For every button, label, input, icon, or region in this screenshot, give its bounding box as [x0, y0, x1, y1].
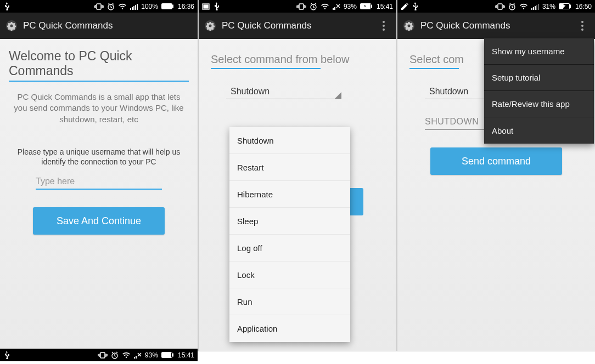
dropdown-item-run[interactable]: Run [229, 288, 350, 315]
username-instruction: Please type a unique username that will … [9, 147, 189, 167]
svg-point-21 [383, 21, 385, 23]
username-input-wrap[interactable] [36, 177, 162, 190]
alarm-icon [111, 351, 119, 359]
wifi-icon [118, 3, 127, 10]
dropdown-item-shutdown[interactable]: Shutdown [229, 127, 350, 154]
gear-icon [5, 20, 18, 32]
svg-rect-24 [498, 4, 502, 9]
svg-rect-26 [531, 8, 532, 10]
command-select-screen: 93% 15:41 PC Quick Commands Select comma… [199, 0, 396, 351]
username-input[interactable] [36, 177, 162, 186]
svg-rect-4 [133, 6, 134, 10]
screenshot-icon [202, 3, 210, 10]
app-title: PC Quick Commands [420, 20, 510, 31]
wifi-icon [122, 352, 131, 359]
svg-rect-8 [162, 4, 171, 9]
usb-icon [412, 2, 418, 11]
battery-icon [161, 3, 173, 9]
vibrate-icon [94, 3, 104, 10]
signal-icon [531, 3, 539, 10]
vibrate-icon [495, 3, 505, 10]
svg-point-35 [581, 21, 583, 23]
send-command-screen: 31% 16:50 PC Quick Commands Select com S… [397, 0, 595, 351]
svg-rect-12 [204, 5, 208, 8]
svg-point-36 [581, 25, 583, 27]
menu-setup-tutorial[interactable]: Setup tutorial [484, 65, 594, 91]
overflow-button[interactable] [574, 13, 591, 39]
svg-rect-29 [536, 5, 537, 10]
app-title: PC Quick Commands [23, 20, 113, 31]
svg-point-22 [383, 25, 385, 27]
menu-rate-review[interactable]: Rate/Review this app [484, 91, 594, 117]
overflow-menu: Show my username Setup tutorial Rate/Rev… [484, 38, 594, 144]
status-bar: 100% 16:36 [0, 0, 198, 13]
usb-icon [213, 2, 220, 11]
svg-rect-2 [130, 8, 131, 10]
battery-icon [360, 3, 372, 9]
vibrate-icon [98, 352, 108, 359]
svg-rect-40 [134, 357, 135, 359]
vibrate-icon [296, 3, 306, 10]
no-signal-icon [333, 3, 340, 10]
wifi-icon [321, 3, 329, 10]
signal-icon [130, 3, 138, 10]
divider [9, 81, 189, 82]
svg-rect-28 [535, 6, 536, 10]
dropdown-item-sleep[interactable]: Sleep [229, 208, 350, 235]
svg-rect-27 [533, 7, 534, 10]
alarm-icon [508, 3, 516, 10]
cropped-statusbar-frag: 93% 15:41 [0, 349, 198, 362]
dropdown-item-logoff[interactable]: Log off [229, 235, 350, 261]
svg-rect-15 [333, 8, 334, 10]
command-spinner[interactable]: Shutdown [226, 83, 341, 99]
welcome-screen: 100% 16:36 PC Quick Commands Welcome to … [0, 0, 198, 351]
send-command-button[interactable]: Send command [430, 147, 562, 175]
app-title: PC Quick Commands [222, 20, 311, 31]
status-bar: 31% 16:50 [397, 0, 595, 13]
svg-rect-3 [132, 7, 133, 10]
menu-about[interactable]: About [484, 117, 594, 144]
svg-rect-41 [136, 356, 137, 359]
svg-rect-33 [570, 5, 571, 8]
no-signal-icon [134, 352, 142, 359]
dropdown-item-restart[interactable]: Restart [229, 154, 350, 181]
svg-rect-6 [137, 4, 138, 10]
overflow-icon [383, 21, 385, 31]
svg-rect-16 [334, 7, 335, 10]
app-bar: PC Quick Commands [199, 13, 396, 39]
svg-rect-5 [135, 5, 136, 10]
welcome-heading: Welcome to PC Quick Commands [9, 49, 189, 78]
clock: 15:41 [178, 351, 194, 359]
svg-point-37 [581, 29, 583, 31]
usb-icon [3, 351, 10, 360]
svg-rect-38 [100, 352, 105, 358]
divider [409, 68, 459, 69]
status-bar: 93% 15:41 [199, 0, 396, 13]
section-title: Select command from below [211, 53, 388, 66]
svg-rect-0 [97, 4, 101, 9]
divider [211, 68, 321, 69]
app-bar: PC Quick Commands [0, 13, 198, 39]
overflow-icon [581, 21, 583, 31]
svg-rect-30 [538, 4, 539, 10]
clock: 16:50 [575, 3, 592, 10]
command-dropdown: Shutdown Restart Hibernate Sleep Log off… [229, 127, 350, 342]
clock: 16:36 [178, 3, 194, 10]
dropdown-item-application[interactable]: Application [229, 315, 350, 342]
edit-icon [401, 3, 408, 10]
svg-rect-13 [299, 4, 304, 9]
gear-icon [403, 20, 415, 32]
battery-pct: 93% [145, 351, 158, 359]
battery-pct: 93% [344, 3, 357, 10]
dropdown-item-hibernate[interactable]: Hibernate [229, 181, 350, 208]
svg-rect-44 [172, 354, 173, 356]
alarm-icon [310, 3, 317, 10]
alarm-icon [107, 3, 115, 10]
clock: 15:41 [377, 3, 393, 10]
save-continue-button[interactable]: Save And Continue [33, 207, 165, 235]
menu-show-username[interactable]: Show my username [484, 38, 594, 65]
overflow-button[interactable] [375, 13, 392, 39]
dropdown-item-lock[interactable]: Lock [229, 261, 350, 288]
wifi-icon [519, 3, 528, 10]
svg-point-23 [383, 29, 385, 31]
